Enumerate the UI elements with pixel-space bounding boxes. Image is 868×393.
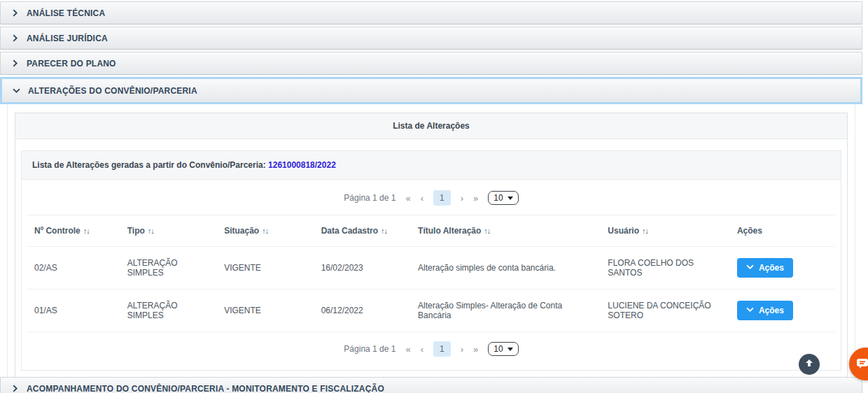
page-size-select[interactable]: 10 — [488, 191, 518, 205]
sort-icon[interactable]: ↑↓ — [642, 227, 648, 235]
lista-alteracoes-card: Lista de Alterações Lista de Alterações … — [15, 113, 848, 393]
table-row: 01/AS ALTERAÇÃO SIMPLES VIGENTE 06/12/20… — [27, 290, 835, 332]
last-page-button[interactable]: » — [473, 193, 478, 203]
sort-icon[interactable]: ↑↓ — [83, 227, 90, 235]
panel-header: Lista de Alterações geradas a partir do … — [22, 151, 841, 180]
cell-titulo: Alteração simples de conta bancária. — [411, 247, 601, 290]
accordion-label: ANÁLISE TÉCNICA — [27, 8, 105, 18]
current-page-badge[interactable]: 1 — [433, 341, 451, 357]
accordion-label: ALTERAÇÕES DO CONVÊNIO/PARCERIA — [28, 86, 197, 96]
arrow-up-icon — [804, 357, 815, 371]
cell-controle: 01/AS — [27, 290, 120, 332]
first-page-button[interactable]: « — [405, 344, 410, 355]
panel-body: Página 1 de 1 « ‹ 1 › » 10 — [22, 180, 841, 370]
col-header-controle: Nº Controle↑↓ — [27, 215, 120, 247]
sort-icon[interactable]: ↑↓ — [381, 227, 387, 235]
col-header-usuario: Usuário↑↓ — [601, 215, 730, 247]
sort-icon[interactable]: ↑↓ — [262, 227, 268, 235]
page-size-value: 10 — [493, 193, 503, 203]
row-acoes-button[interactable]: Ações — [737, 301, 793, 320]
panel-subtitle: Lista de Alterações geradas a partir do … — [32, 160, 266, 170]
page-size-value: 10 — [493, 344, 503, 354]
accordion-acompanhamento-wrap: ACOMPANHAMENTO DO CONVÊNIO/PARCERIA - MO… — [0, 377, 862, 393]
table-header-row: Nº Controle↑↓ Tipo↑↓ Situação↑↓ Data Cad… — [27, 215, 835, 247]
scroll-to-top-button[interactable] — [799, 354, 820, 375]
cell-data-cadastro: 16/02/2023 — [314, 247, 411, 290]
table-row: 02/AS ALTERAÇÃO SIMPLES VIGENTE 16/02/20… — [27, 247, 835, 290]
prev-page-button[interactable]: ‹ — [421, 193, 424, 203]
col-header-acoes: Ações — [730, 215, 835, 247]
chat-icon — [855, 356, 868, 373]
alteracoes-table: Nº Controle↑↓ Tipo↑↓ Situação↑↓ Data Cad… — [27, 215, 835, 332]
accordion-parecer-plano[interactable]: PARECER DO PLANO — [0, 52, 862, 75]
page: ANÁLISE TÉCNICA ANÁLISE JURÍDICA PARECER… — [0, 0, 862, 393]
accordion-label: ANÁLISE JURÍDICA — [27, 34, 108, 43]
first-page-button[interactable]: « — [405, 193, 410, 203]
pagination-label: Página 1 de 1 — [344, 344, 396, 354]
sort-icon[interactable]: ↑↓ — [484, 227, 490, 235]
chevron-right-icon — [11, 57, 19, 70]
pagination-bottom: Página 1 de 1 « ‹ 1 › » 10 — [27, 341, 835, 357]
accordion-alteracoes-expanded: ALTERAÇÕES DO CONVÊNIO/PARCERIA — [0, 77, 862, 104]
card-body: Lista de Alterações geradas a partir do … — [15, 139, 847, 393]
accordion-alteracoes-header[interactable]: ALTERAÇÕES DO CONVÊNIO/PARCERIA — [2, 79, 860, 102]
cell-controle: 02/AS — [27, 247, 120, 290]
caret-down-icon — [507, 196, 513, 200]
alteracoes-panel: Lista de Alterações geradas a partir do … — [21, 150, 841, 371]
sort-icon[interactable]: ↑↓ — [148, 227, 154, 235]
cell-usuario: FLORA COELHO DOS SANTOS — [601, 247, 730, 290]
chevron-right-icon — [11, 383, 19, 393]
cell-data-cadastro: 06/12/2022 — [314, 290, 411, 332]
page-size-select[interactable]: 10 — [488, 342, 518, 356]
accordion-analise-juridica[interactable]: ANÁLISE JURÍDICA — [0, 27, 862, 50]
chevron-down-icon — [746, 306, 754, 315]
chevron-down-icon — [746, 263, 754, 273]
accordion-label: ACOMPANHAMENTO DO CONVÊNIO/PARCERIA - MO… — [27, 384, 384, 393]
chevron-down-icon — [13, 85, 20, 97]
col-header-data-cadastro: Data Cadastro↑↓ — [314, 215, 411, 247]
current-page-badge[interactable]: 1 — [433, 190, 451, 206]
last-page-button[interactable]: » — [473, 344, 478, 355]
cell-tipo: ALTERAÇÃO SIMPLES — [120, 290, 217, 332]
cell-tipo: ALTERAÇÃO SIMPLES — [120, 247, 217, 290]
accordion-analise-tecnica[interactable]: ANÁLISE TÉCNICA — [0, 1, 862, 24]
cell-situacao: VIGENTE — [217, 247, 314, 290]
convenio-link[interactable]: 1261000818/2022 — [268, 160, 336, 170]
col-header-tipo: Tipo↑↓ — [120, 215, 217, 247]
card-title: Lista de Alterações — [15, 113, 847, 139]
accordion-acompanhamento[interactable]: ACOMPANHAMENTO DO CONVÊNIO/PARCERIA - MO… — [0, 377, 862, 393]
chevron-right-icon — [11, 32, 19, 45]
alteracoes-section-body: Lista de Alterações Lista de Alterações … — [7, 104, 855, 393]
chevron-right-icon — [11, 7, 19, 20]
pagination-label: Página 1 de 1 — [344, 193, 396, 203]
col-header-situacao: Situação↑↓ — [217, 215, 314, 247]
caret-down-icon — [507, 348, 513, 351]
next-page-button[interactable]: › — [461, 193, 463, 203]
cell-titulo: Alteração Simples- Alteração de Conta Ba… — [411, 290, 601, 332]
pagination-top: Página 1 de 1 « ‹ 1 › » 10 — [27, 190, 835, 206]
next-page-button[interactable]: › — [461, 344, 463, 355]
cell-usuario: LUCIENE DA CONCEIÇÃO SOTERO — [601, 290, 730, 332]
prev-page-button[interactable]: ‹ — [421, 344, 424, 355]
accordion-label: PARECER DO PLANO — [27, 59, 116, 69]
col-header-titulo: Título Alteração↑↓ — [411, 215, 601, 247]
row-acoes-button[interactable]: Ações — [737, 258, 793, 278]
cell-situacao: VIGENTE — [217, 290, 314, 332]
